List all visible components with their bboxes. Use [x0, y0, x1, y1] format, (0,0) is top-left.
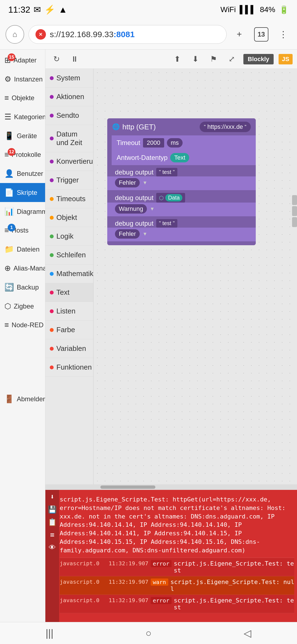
flag-button[interactable]: ⚑: [207, 53, 220, 66]
category-timeouts[interactable]: Timeouts: [45, 190, 93, 208]
backup-icon: 🔄: [4, 283, 14, 292]
sidebar-item-alias-manager[interactable]: ⊕ Alias-Manager: [0, 259, 45, 278]
console-eye-icon[interactable]: 👁: [49, 543, 56, 552]
category-menu: System Aktionen Sendto Datum und Zeit Ko…: [45, 69, 94, 484]
refresh-button[interactable]: ↻: [50, 53, 63, 66]
console-copy-icon[interactable]: 📋: [48, 518, 57, 526]
sidebar-item-geraete[interactable]: 📱 Geräte: [0, 126, 45, 145]
fehler-3-pill[interactable]: Fehler: [115, 229, 140, 239]
category-konvertierung[interactable]: Konvertierung: [45, 152, 93, 171]
url-pill[interactable]: " https://xxx.de ": [200, 122, 251, 132]
timeout-unit[interactable]: ms: [167, 138, 183, 148]
sidebar-item-zigbee[interactable]: ⬡ Zigbee: [0, 297, 45, 316]
category-sendto[interactable]: Sendto: [45, 106, 93, 125]
scroll-up-button[interactable]: [292, 195, 297, 205]
nav-back-button[interactable]: ◁: [237, 625, 258, 642]
sidebar: ⊞ Adapter 15 ⚙ Instanzen ≡ Objekte ☰ Kat…: [0, 50, 45, 622]
block-http-header: 🌐 http (GET) " https://xxx.de ": [107, 118, 256, 135]
add-tab-button[interactable]: +: [231, 26, 248, 43]
scrollbar-thumb[interactable]: [100, 485, 155, 489]
debug-fehler-3: Fehler ▼: [107, 228, 256, 241]
console-list-icon[interactable]: ≡: [50, 531, 54, 539]
sidebar-item-objekte[interactable]: ≡ Objekte: [0, 89, 45, 107]
browser-menu-button[interactable]: ⋮: [275, 26, 292, 43]
category-objekt[interactable]: Objekt: [45, 208, 93, 227]
category-aktionen[interactable]: Aktionen: [45, 88, 93, 106]
sidebar-item-abmelden[interactable]: 🚪 Abmelden: [0, 389, 45, 408]
log-time-2: 11:32:19.907: [109, 597, 148, 604]
tabs-count[interactable]: 13: [254, 27, 268, 42]
category-farbe[interactable]: Farbe: [45, 321, 93, 339]
category-label-variablen: Variablen: [56, 344, 86, 353]
log-source-2: javascript.0: [60, 597, 106, 604]
scroll-down-button[interactable]: [292, 206, 297, 216]
horizontal-scrollbar[interactable]: [45, 484, 297, 490]
timeout-value[interactable]: 2000: [143, 138, 164, 148]
sendto-dot: [50, 114, 54, 118]
category-mathematik[interactable]: Mathematik: [45, 264, 93, 283]
debug-data-pill[interactable]: ⬡ Data: [156, 193, 185, 203]
sidebar-label-objekte: Objekte: [12, 94, 34, 102]
sidebar-item-diagramme[interactable]: 📊 Diagramme: [0, 202, 45, 221]
sidebar-item-adapter[interactable]: ⊞ Adapter 15: [0, 51, 45, 70]
debug-test-3-pill[interactable]: " test ": [156, 219, 177, 228]
category-text[interactable]: Text: [45, 283, 93, 302]
aktionen-dot: [50, 95, 54, 99]
category-logik[interactable]: Logik: [45, 227, 93, 246]
category-schleifen[interactable]: Schleifen: [45, 246, 93, 264]
category-trigger[interactable]: Trigger: [45, 171, 93, 190]
blockly-badge: Blockly: [243, 54, 274, 64]
sidebar-item-instanzen[interactable]: ⚙ Instanzen: [0, 70, 45, 89]
response-label: Antwort-Datentyp: [117, 154, 167, 162]
import-button[interactable]: ⬇: [189, 53, 202, 66]
home-button[interactable]: ⌂: [6, 25, 24, 44]
stop-button[interactable]: ×: [35, 29, 46, 40]
fehler-1-pill[interactable]: Fehler: [115, 178, 140, 187]
warnung-pill[interactable]: Warnung: [115, 204, 147, 214]
sidebar-item-benutzer[interactable]: 👤 Benutzer: [0, 164, 45, 183]
category-datum-und-zeit[interactable]: Datum und Zeit: [45, 125, 93, 152]
log-source-1: javascript.0: [60, 578, 106, 585]
battery-display: 84%: [260, 5, 275, 14]
response-type-pill[interactable]: Text: [170, 153, 189, 162]
sidebar-item-protokolle[interactable]: ≡ Protokolle 12: [0, 145, 45, 164]
time-display: 11:32: [8, 5, 30, 15]
sidebar-item-kategorien[interactable]: ☰ Kategorien: [0, 107, 45, 126]
sidebar-item-skripte[interactable]: 📄 Skripte: [0, 183, 45, 202]
objekte-icon: ≡: [4, 94, 9, 102]
signal-icon: ▌▌▌: [240, 5, 256, 14]
log-level-2: error: [151, 597, 172, 604]
tabs-button[interactable]: 13: [253, 26, 270, 43]
log-row-2: javascript.0 11:32:19.907 error script.j…: [60, 595, 294, 613]
nav-bar: ||| ○ ◁: [0, 622, 297, 644]
debug-test-1-pill[interactable]: " test ": [156, 168, 177, 176]
console-save-icon[interactable]: 💾: [48, 505, 57, 514]
scroll-fit-button[interactable]: [292, 217, 297, 227]
category-listen[interactable]: Listen: [45, 302, 93, 321]
pause-button[interactable]: ⏸: [68, 53, 81, 66]
console-download-icon[interactable]: ⬇: [50, 493, 54, 501]
category-variablen[interactable]: Variablen: [45, 339, 93, 358]
http-get-block[interactable]: 🌐 http (GET) " https://xxx.de " Timeout: [107, 118, 256, 245]
sidebar-item-node-red[interactable]: ≡ Node-RED: [0, 316, 45, 334]
http-method-label: http (GET): [122, 123, 156, 131]
protokolle-badge: 12: [8, 148, 15, 156]
expand-button[interactable]: ⤢: [225, 53, 238, 66]
blockly-canvas[interactable]: 🌐 http (GET) " https://xxx.de " Timeout: [94, 69, 297, 484]
sidebar-item-backup[interactable]: 🔄 Backup: [0, 278, 45, 297]
category-system[interactable]: System: [45, 69, 93, 88]
log-message-0: script.js.Eigene_Scripte.Test: test: [174, 560, 294, 574]
objekt-dot: [50, 216, 54, 220]
category-funktionen[interactable]: Funktionen: [45, 358, 93, 377]
sidebar-label-skripte: Skripte: [17, 189, 37, 197]
status-bar: 11:32 ✉ ⚡ ▲ WiFi ▌▌▌ 84% 🔋: [0, 0, 297, 19]
nav-recent-button[interactable]: |||: [38, 625, 61, 642]
sidebar-item-dateien[interactable]: 📁 Dateien: [0, 240, 45, 259]
sidebar-item-hosts[interactable]: ≡ Hosts 1: [0, 221, 45, 240]
sidebar-label-kategorien: Kategorien: [14, 113, 45, 121]
url-bar[interactable]: × s://192.168.99.33:8081: [29, 25, 227, 44]
export-button[interactable]: ⬆: [171, 53, 184, 66]
nav-home-button[interactable]: ○: [138, 625, 160, 642]
category-label-timeouts: Timeouts: [56, 195, 86, 203]
js-badge[interactable]: JS: [279, 54, 293, 64]
